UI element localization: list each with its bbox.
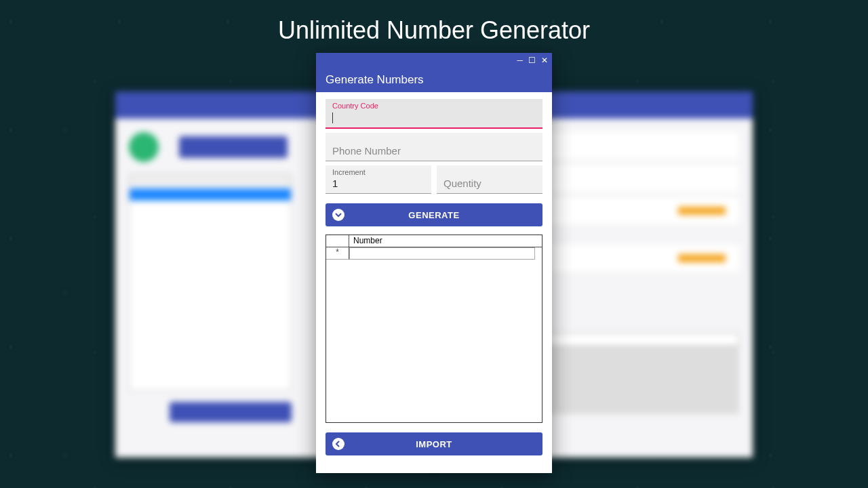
- phone-number-field[interactable]: Phone Number: [326, 133, 542, 161]
- dialog-title: Generate Numbers: [316, 68, 552, 92]
- table-row[interactable]: *: [326, 247, 542, 260]
- maximize-icon[interactable]: ☐: [528, 56, 536, 64]
- grid-column-header: Number: [349, 235, 542, 247]
- country-code-label: Country Code: [332, 102, 378, 110]
- text-caret: [332, 113, 333, 123]
- phone-number-placeholder: Phone Number: [332, 145, 401, 157]
- grid-row-marker: *: [326, 247, 349, 260]
- generate-numbers-dialog: ─ ☐ ✕ Generate Numbers Country Code Phon…: [316, 53, 552, 473]
- results-grid[interactable]: Number *: [326, 235, 542, 423]
- quantity-field[interactable]: Quentity: [437, 165, 542, 194]
- dialog-titlebar: ─ ☐ ✕: [316, 53, 552, 68]
- grid-cell[interactable]: [349, 247, 535, 260]
- import-button[interactable]: IMPORT: [326, 432, 542, 455]
- increment-value: 1: [332, 178, 338, 189]
- grid-corner: [326, 235, 349, 247]
- chevron-down-icon: [332, 209, 344, 221]
- quantity-placeholder: Quentity: [443, 178, 481, 189]
- increment-field[interactable]: Increment 1: [326, 165, 431, 194]
- increment-label: Increment: [332, 168, 366, 176]
- import-button-label: IMPORT: [416, 439, 452, 449]
- generate-button-label: GENERATE: [408, 210, 459, 220]
- page-title: Unlimited Number Generator: [0, 16, 868, 45]
- minimize-icon[interactable]: ─: [517, 56, 523, 64]
- country-code-field[interactable]: Country Code: [326, 99, 542, 129]
- generate-button[interactable]: GENERATE: [326, 203, 542, 226]
- arrow-left-icon: [332, 438, 344, 450]
- close-icon[interactable]: ✕: [541, 56, 548, 64]
